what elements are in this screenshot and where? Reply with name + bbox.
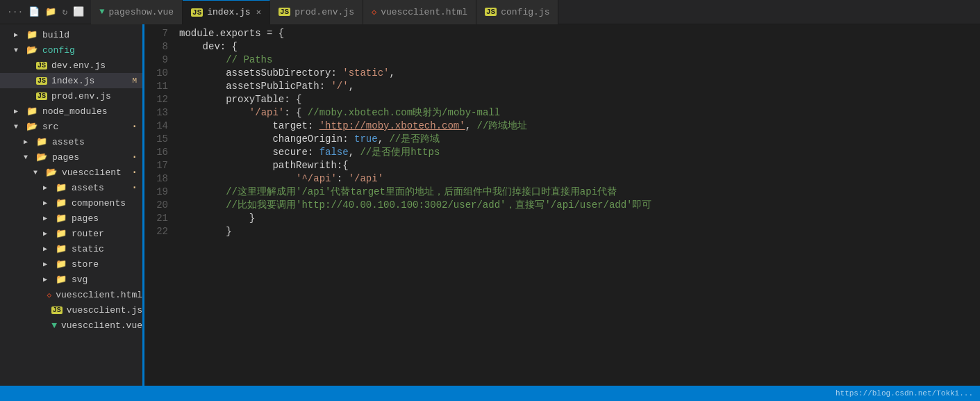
toolbar-icons: ··· 📄 📁 ↻ ⬜ [0,6,91,17]
line-num: 8 [144,40,179,54]
status-url: https://blog.csdn.net/Tokki... [836,389,973,398]
code-area[interactable]: 7 module.exports = { 8 dev: { 9 // Paths… [144,24,980,386]
sidebar-item-vuescclient-folder[interactable]: ▼ 📂 vuescclient · [0,165,142,180]
arrow-icon: ▶ [43,214,53,222]
sidebar-label: assets [72,183,104,193]
arrow-icon: ▼ [33,169,43,177]
code-line-7: 7 module.exports = { [144,27,980,40]
sidebar-label: prod.env.js [51,91,111,101]
modified-badge: M [132,76,137,85]
new-file-icon[interactable]: 📄 [28,6,40,17]
sidebar-item-config[interactable]: ▼ 📂 config [0,42,142,58]
arrow-icon: ▶ [14,31,24,39]
sidebar-item-components[interactable]: ▶ 📁 components [0,195,142,211]
sidebar-item-vuescclient-html[interactable]: ◇ vuescclient.html [0,287,142,302]
sidebar-item-pages2[interactable]: ▶ 📁 pages [0,211,142,226]
sidebar-item-svg[interactable]: ▶ 📁 svg [0,272,142,287]
line-num: 22 [144,225,179,238]
arrow-icon: ▼ [14,123,24,131]
vue-icon: ▼ [51,320,57,331]
code-line-17: 17 pathRewrith:{ [144,159,980,172]
sidebar-item-node-modules[interactable]: ▶ 📁 node_modules [0,104,142,119]
sidebar-item-store[interactable]: ▶ 📁 store [0,256,142,272]
js-icon-prod: JS [279,8,290,16]
arrow-icon: ▶ [24,138,33,146]
folder-icon: 📂 [26,121,38,132]
folder-icon: 📁 [56,182,67,193]
status-bar: https://blog.csdn.net/Tokki... [0,386,980,401]
sidebar-item-prod-env[interactable]: JS prod.env.js [0,88,142,104]
tab-close-index-js[interactable]: ✕ [256,7,261,17]
main-area: ▶ 📁 build ▼ 📂 config JS dev.env.js JS in… [0,24,980,386]
sidebar-item-assets[interactable]: ▶ 📁 assets [0,134,142,149]
folder-icon: 📁 [26,106,38,117]
sidebar-label: vuescclient [62,167,122,178]
sidebar-item-build[interactable]: ▶ 📁 build [0,27,142,42]
sidebar-item-router[interactable]: ▶ 📁 router [0,226,142,241]
tab-pageshow[interactable]: ▼ pageshow.vue [91,0,183,24]
arrow-icon: ▼ [14,47,24,54]
code-line-12: 12 proxyTable: { [144,93,980,106]
tab-vuescclient-html[interactable]: ◇ vuescclient.html [363,0,476,24]
sidebar-item-assets2[interactable]: ▶ 📁 assets · [0,180,142,195]
tab-prod-env[interactable]: JS prod.env.js [270,0,363,24]
line-num: 20 [144,199,179,212]
modified-dot: · [131,181,138,194]
tab-config-js[interactable]: JS config.js [476,0,558,24]
sidebar-label: components [72,198,126,208]
code-editor[interactable]: 7 module.exports = { 8 dev: { 9 // Paths… [144,24,980,386]
sidebar-item-static[interactable]: ▶ 📁 static [0,241,142,256]
line-content: } [179,212,980,225]
line-num: 7 [144,27,179,40]
sidebar-item-vuescclient-vue[interactable]: ▼ vuescclient.vue [0,318,142,333]
sidebar-label: static [72,244,104,254]
line-num: 21 [144,212,179,225]
sidebar-label: vuescclient.vue [61,320,142,331]
arrow-icon: ▶ [43,183,53,192]
tab-bar: ··· 📄 📁 ↻ ⬜ ▼ pageshow.vue JS index.js ✕… [0,0,980,24]
sidebar-item-pages[interactable]: ▼ 📂 pages · [0,149,142,165]
line-content: assetsSubDirectory: 'static', [179,67,980,80]
arrow-icon: ▶ [43,229,53,238]
code-line-22: 22 } [144,225,980,238]
tab-index-js[interactable]: JS index.js ✕ [183,0,270,24]
line-num: 12 [144,93,179,106]
code-line-10: 10 assetsSubDirectory: 'static', [144,67,980,80]
sidebar-item-src[interactable]: ▼ 📂 src · [0,119,142,134]
arrow-icon: ▶ [43,199,53,207]
folder-icon: 📁 [36,136,47,147]
sidebar-label: index.js [51,76,94,86]
new-folder-icon[interactable]: 📁 [45,6,56,17]
tab-label-pageshow: pageshow.vue [108,7,174,17]
html-icon: ◇ [372,7,376,17]
code-line-18: 18 '^/api': '/api' [144,172,980,186]
sidebar-label: src [42,122,58,132]
sidebar-label: vuescclient.html [56,290,142,300]
code-line-13: 13 '/api': { //moby.xbotech.com映射为/moby-… [144,106,980,120]
line-num: 15 [144,133,179,146]
js-icon: JS [51,306,63,314]
arrow-icon: ▶ [14,107,24,115]
code-line-16: 16 secure: false, //是否使用https [144,146,980,159]
tab-label-prod-env: prod.env.js [294,7,354,17]
ellipsis-icon[interactable]: ··· [7,7,23,17]
line-content: //比如我要调用'http://40.00.100.100:3002/user/… [179,199,980,212]
sidebar: ▶ 📁 build ▼ 📂 config JS dev.env.js JS in… [0,24,142,386]
line-content: //这里理解成用'/api'代替target里面的地址，后面组件中我们掉接口时直… [179,186,980,199]
sidebar-label: svg [72,275,88,285]
folder-icon: 📁 [56,197,67,208]
sidebar-label: router [72,229,104,239]
js-icon: JS [36,92,47,100]
tab-label-config-js: config.js [501,7,549,17]
sidebar-item-vuescclient-js[interactable]: JS vuescclient.js [0,302,142,318]
sidebar-label: node_modules [42,106,108,117]
refresh-icon[interactable]: ↻ [62,6,67,17]
line-num: 9 [144,54,179,67]
sidebar-item-index-js[interactable]: JS index.js M [0,73,142,88]
html-icon: ◇ [47,290,52,300]
collapse-icon[interactable]: ⬜ [73,6,84,17]
sidebar-item-dev-env[interactable]: JS dev.env.js [0,58,142,73]
folder-icon: 📁 [56,213,67,224]
line-num: 13 [144,106,179,120]
sidebar-label: vuescclient.js [67,305,142,316]
